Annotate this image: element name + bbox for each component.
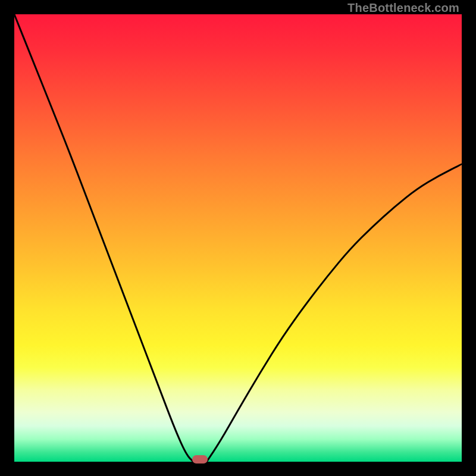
watermark-label: TheBottleneck.com [347, 1, 459, 15]
plot-area [14, 14, 462, 462]
chart-frame: TheBottleneck.com [0, 0, 476, 476]
curve-path [14, 14, 462, 462]
bottleneck-curve [14, 14, 462, 462]
optimum-marker [192, 455, 208, 464]
